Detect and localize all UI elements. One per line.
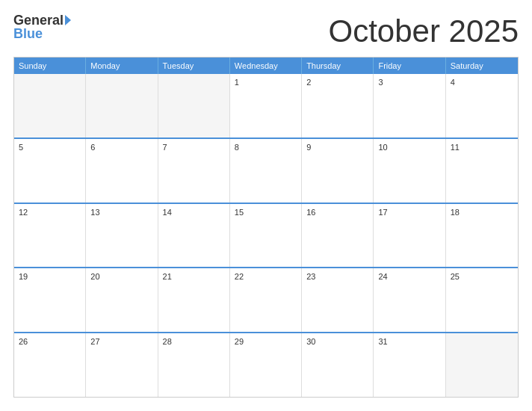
week-row-3: 12131415161718	[14, 203, 518, 268]
weeks-container: 1234567891011121314151617181920212223242…	[14, 74, 518, 397]
day-number: 1	[235, 78, 239, 87]
day-cell-26: 26	[14, 333, 86, 397]
day-number: 11	[451, 143, 460, 152]
day-cell-5: 5	[14, 139, 86, 203]
day-header-saturday: Saturday	[446, 58, 518, 74]
day-header-friday: Friday	[374, 58, 445, 74]
day-cell-6: 6	[86, 139, 158, 203]
day-number: 7	[163, 143, 167, 152]
day-cell-7: 7	[158, 139, 230, 203]
day-header-thursday: Thursday	[302, 58, 374, 74]
day-number: 26	[19, 337, 28, 346]
day-cell-empty-0-1	[86, 74, 158, 137]
day-number: 22	[235, 272, 244, 281]
day-cell-19: 19	[14, 268, 86, 332]
day-cell-23: 23	[302, 268, 374, 332]
day-cell-empty-0-2	[158, 74, 230, 137]
day-number: 18	[451, 208, 460, 217]
day-cell-14: 14	[158, 204, 230, 268]
day-cell-4: 4	[446, 74, 518, 137]
day-cell-29: 29	[230, 333, 302, 397]
week-row-2: 567891011	[14, 137, 518, 203]
day-cell-28: 28	[158, 333, 230, 397]
day-number: 29	[235, 337, 244, 346]
day-cell-empty-4-6	[446, 333, 518, 397]
page: General Blue October 2025 SundayMondayTu…	[0, 0, 532, 411]
day-header-wednesday: Wednesday	[230, 58, 302, 74]
day-cell-30: 30	[302, 333, 374, 397]
header: General Blue October 2025	[13, 13, 519, 49]
day-number: 15	[235, 208, 244, 217]
day-cell-empty-0-0	[14, 74, 86, 137]
day-cell-11: 11	[446, 139, 518, 203]
day-number: 31	[378, 337, 387, 346]
day-number: 13	[90, 208, 99, 217]
day-header-tuesday: Tuesday	[158, 58, 230, 74]
logo-flag-icon	[65, 15, 71, 25]
day-cell-18: 18	[446, 204, 518, 268]
day-number: 4	[451, 78, 455, 87]
day-number: 3	[378, 78, 383, 87]
day-number: 6	[90, 143, 95, 152]
day-headers-row: SundayMondayTuesdayWednesdayThursdayFrid…	[14, 58, 518, 74]
day-cell-20: 20	[86, 268, 158, 332]
month-title: October 2025	[328, 13, 519, 49]
day-number: 27	[90, 337, 99, 346]
day-cell-12: 12	[14, 204, 86, 268]
day-header-monday: Monday	[86, 58, 158, 74]
day-number: 20	[90, 272, 99, 281]
day-number: 23	[306, 272, 315, 281]
day-cell-25: 25	[446, 268, 518, 332]
logo: General Blue	[13, 13, 71, 40]
week-row-1: 1234	[14, 74, 518, 137]
day-number: 24	[378, 272, 387, 281]
day-number: 5	[19, 143, 23, 152]
day-cell-1: 1	[230, 74, 302, 137]
week-row-4: 19202122232425	[14, 267, 518, 332]
day-number: 17	[378, 208, 387, 217]
day-cell-13: 13	[86, 204, 158, 268]
day-cell-24: 24	[374, 268, 445, 332]
day-cell-3: 3	[374, 74, 445, 137]
day-header-sunday: Sunday	[14, 58, 86, 74]
day-cell-9: 9	[302, 139, 374, 203]
week-row-5: 262728293031	[14, 332, 518, 397]
day-cell-22: 22	[230, 268, 302, 332]
logo-general-text: General	[13, 13, 64, 27]
day-number: 16	[306, 208, 315, 217]
day-number: 28	[163, 337, 172, 346]
day-number: 19	[19, 272, 28, 281]
day-number: 14	[163, 208, 172, 217]
day-cell-8: 8	[230, 139, 302, 203]
day-number: 30	[306, 337, 315, 346]
day-cell-27: 27	[86, 333, 158, 397]
day-number: 10	[378, 143, 387, 152]
day-number: 8	[235, 143, 239, 152]
calendar: SundayMondayTuesdayWednesdayThursdayFrid…	[13, 57, 519, 398]
day-cell-2: 2	[302, 74, 374, 137]
day-cell-31: 31	[374, 333, 445, 397]
day-number: 12	[19, 208, 28, 217]
logo-blue-text: Blue	[13, 27, 43, 40]
day-cell-10: 10	[374, 139, 445, 203]
day-cell-16: 16	[302, 204, 374, 268]
day-number: 21	[163, 272, 172, 281]
day-number: 2	[306, 78, 311, 87]
day-cell-21: 21	[158, 268, 230, 332]
day-number: 9	[306, 143, 311, 152]
day-number: 25	[451, 272, 460, 281]
day-cell-15: 15	[230, 204, 302, 268]
day-cell-17: 17	[374, 204, 445, 268]
